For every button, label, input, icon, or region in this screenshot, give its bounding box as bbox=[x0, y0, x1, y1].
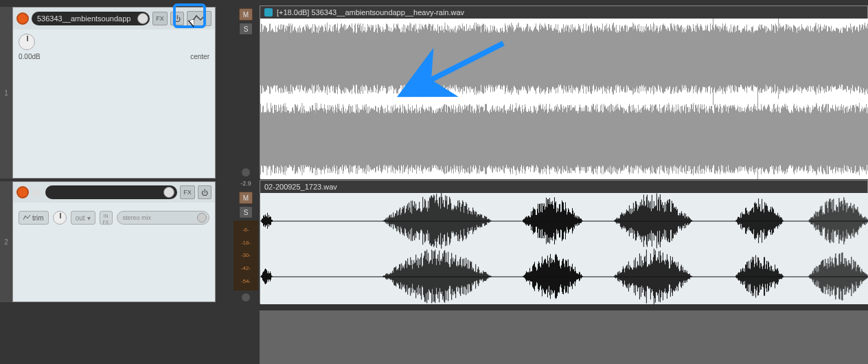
pan-readout: center bbox=[190, 53, 209, 60]
routing-bar[interactable]: stereo mix bbox=[117, 211, 209, 225]
fx-bypass-button[interactable]: ⏻ bbox=[170, 12, 184, 25]
track-number-2[interactable]: 2 bbox=[0, 181, 12, 302]
volume-readout: 0.00dB bbox=[19, 53, 41, 60]
meter-tick: -54- bbox=[241, 278, 251, 284]
item-header[interactable]: 02-200925_1723.wav bbox=[260, 181, 867, 193]
solo-button[interactable]: S bbox=[239, 23, 253, 35]
record-arm-button[interactable] bbox=[16, 12, 29, 25]
solo-button[interactable]: S bbox=[239, 206, 253, 218]
fx-button[interactable]: FX bbox=[180, 185, 195, 199]
trim-row: trim out ▾ INFX stereo mix bbox=[19, 211, 209, 225]
out-label: out bbox=[76, 214, 85, 222]
meter-tick: -30- bbox=[241, 252, 251, 258]
tcp-body: trim out ▾ INFX stereo mix bbox=[13, 203, 215, 229]
track-index-label: 1 bbox=[4, 89, 8, 97]
media-item-2[interactable]: 02-200925_1723.wav bbox=[260, 180, 868, 304]
route-knob[interactable] bbox=[197, 213, 207, 223]
volume-knob[interactable] bbox=[19, 34, 35, 50]
chevron-down-icon: ▾ bbox=[87, 214, 91, 222]
track-control-panel-1: 536343__ambientsoundapp FX ⏻ 0.00dB cent… bbox=[12, 7, 216, 179]
track-name-volume-slider[interactable] bbox=[45, 185, 177, 199]
empty-track-area[interactable] bbox=[260, 310, 868, 364]
track-meter-column-1: M S bbox=[233, 8, 258, 177]
envelope-toggle[interactable] bbox=[241, 293, 251, 302]
track-meter-column-2: -2.9 M S -6- -18- -30- -42- -54- bbox=[233, 181, 258, 302]
envelope-toggle[interactable] bbox=[241, 168, 251, 177]
mute-button[interactable]: M bbox=[239, 8, 253, 21]
track-name-volume-slider[interactable]: 536343__ambientsoundapp bbox=[32, 12, 150, 25]
track-index-label: 2 bbox=[4, 238, 8, 246]
waveform-display[interactable] bbox=[260, 19, 868, 179]
meter-tick: -18- bbox=[241, 240, 251, 246]
waveform-display[interactable] bbox=[260, 193, 868, 304]
mute-button[interactable]: M bbox=[239, 192, 253, 204]
item-fx-indicator[interactable] bbox=[264, 8, 273, 16]
fx-bypass-button[interactable]: ⏻ bbox=[198, 185, 212, 199]
meter-tick: -42- bbox=[241, 265, 251, 271]
fx-button[interactable]: FX bbox=[152, 12, 168, 25]
trim-label: trim bbox=[32, 214, 44, 222]
track-control-panel-2: FX ⏻ trim out ▾ INFX stereo mix bbox=[12, 181, 216, 302]
envelope-icon bbox=[192, 14, 206, 23]
trim-button[interactable]: trim bbox=[19, 211, 49, 225]
trim-knob[interactable] bbox=[53, 211, 67, 225]
volume-slider-knob[interactable] bbox=[163, 187, 174, 198]
tcp-header: 536343__ambientsoundapp FX ⏻ bbox=[13, 8, 215, 30]
meter-tick: -6- bbox=[242, 227, 249, 233]
media-item-1[interactable]: [+18.0dB] 536343__ambientsoundapp__heavy… bbox=[260, 5, 868, 179]
item-filename: 02-200925_1723.wav bbox=[264, 183, 337, 191]
meter-scale: -6- -18- -30- -42- -54- bbox=[233, 220, 258, 291]
tcp-body: 0.00dB center bbox=[13, 30, 215, 65]
volume-slider-knob[interactable] bbox=[137, 13, 148, 24]
envelope-trim-button[interactable] bbox=[187, 11, 212, 26]
record-arm-button[interactable] bbox=[16, 186, 29, 198]
tcp-header: FX ⏻ bbox=[13, 182, 215, 203]
envelope-icon bbox=[23, 215, 30, 220]
track-number-1[interactable]: 1 bbox=[0, 7, 12, 179]
output-button[interactable]: out ▾ bbox=[71, 211, 95, 225]
speaker-icon bbox=[32, 187, 43, 197]
item-header[interactable]: [+18.0dB] 536343__ambientsoundapp__heavy… bbox=[260, 6, 867, 19]
item-filename: [+18.0dB] 536343__ambientsoundapp__heavy… bbox=[277, 8, 464, 16]
track-name-label: 536343__ambientsoundapp bbox=[37, 14, 130, 23]
in-fx-label: INFX bbox=[103, 214, 109, 225]
input-fx-button[interactable]: INFX bbox=[100, 211, 113, 225]
route-label: stereo mix bbox=[123, 214, 152, 221]
arrange-view[interactable]: [+18.0dB] 536343__ambientsoundapp__heavy… bbox=[260, 5, 868, 364]
volume-row bbox=[19, 34, 209, 50]
peak-readout[interactable]: -2.9 bbox=[233, 180, 258, 188]
